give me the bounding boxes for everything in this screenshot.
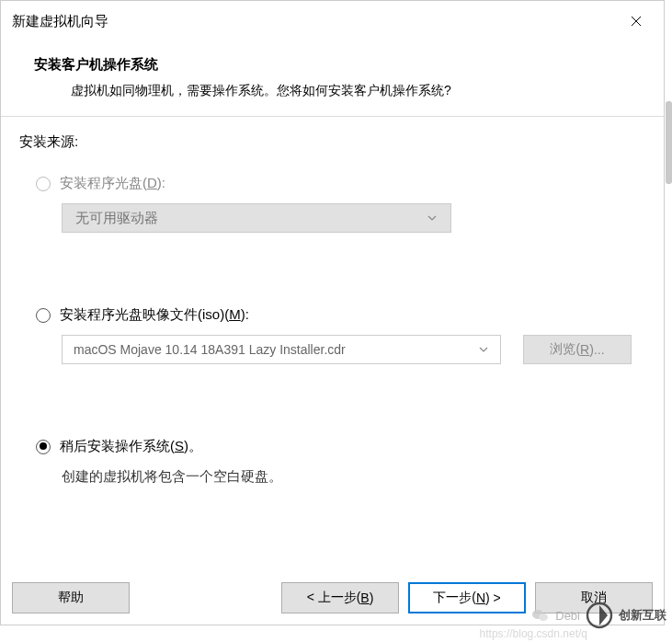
help-button[interactable]: 帮助 xyxy=(12,582,130,613)
dialog-title: 新建虚拟机向导 xyxy=(12,13,108,30)
radio-iso-label: 安装程序光盘映像文件(iso)(M): xyxy=(60,306,249,324)
titlebar: 新建虚拟机向导 xyxy=(1,1,664,41)
watermark-url: https://blog.csdn.net/q xyxy=(480,627,587,640)
radio-later-icon xyxy=(36,440,51,454)
radio-disc-icon xyxy=(36,177,51,191)
radio-option-later[interactable]: 稍后安装操作系统(S)。 xyxy=(19,438,645,455)
page-description: 虚拟机如同物理机，需要操作系统。您将如何安装客户机操作系统? xyxy=(34,83,634,99)
iso-path-combo[interactable]: macOS Mojave 10.14 18A391 Lazy Installer… xyxy=(62,335,501,364)
brand-logo-icon xyxy=(586,602,613,629)
page-title: 安装客户机操作系统 xyxy=(34,56,634,74)
radio-disc-label: 安装程序光盘(D): xyxy=(60,175,165,192)
disc-drive-dropdown: 无可用驱动器 xyxy=(62,203,451,233)
radio-later-label: 稍后安装操作系统(S)。 xyxy=(60,438,202,455)
wechat-icon xyxy=(531,608,550,623)
next-button[interactable]: 下一步(N) > xyxy=(408,582,526,613)
iso-path-value: macOS Mojave 10.14 18A391 Lazy Installer… xyxy=(74,342,346,357)
chevron-down-icon xyxy=(427,212,438,224)
watermark: Debi 创新互联 xyxy=(531,602,666,629)
radio-option-disc: 安装程序光盘(D): xyxy=(19,175,645,192)
watermark-brand: 创新互联 xyxy=(619,607,666,624)
content-area: 安装来源: 安装程序光盘(D): 无可用驱动器 安装程序光盘映像文件(iso)(… xyxy=(1,117,664,573)
disc-drive-value: 无可用驱动器 xyxy=(75,210,158,227)
chevron-down-icon xyxy=(478,344,489,355)
radio-option-iso[interactable]: 安装程序光盘映像文件(iso)(M): xyxy=(19,306,645,324)
iso-row: macOS Mojave 10.14 18A391 Lazy Installer… xyxy=(62,335,645,364)
header-section: 安装客户机操作系统 虚拟机如同物理机，需要操作系统。您将如何安装客户机操作系统? xyxy=(1,41,664,116)
source-label: 安装来源: xyxy=(19,133,645,151)
wizard-dialog: 新建虚拟机向导 安装客户机操作系统 虚拟机如同物理机，需要操作系统。您将如何安装… xyxy=(0,0,665,625)
scrollbar[interactable] xyxy=(666,101,672,184)
radio-iso-icon xyxy=(36,308,51,323)
later-note: 创建的虚拟机将包含一个空白硬盘。 xyxy=(62,468,645,486)
watermark-chat: Debi xyxy=(555,609,580,623)
browse-button[interactable]: 浏览(R)... xyxy=(523,335,632,364)
svg-point-3 xyxy=(539,613,548,621)
back-button[interactable]: < 上一步(B) xyxy=(281,582,399,613)
close-icon xyxy=(631,16,642,27)
close-button[interactable] xyxy=(620,8,653,34)
